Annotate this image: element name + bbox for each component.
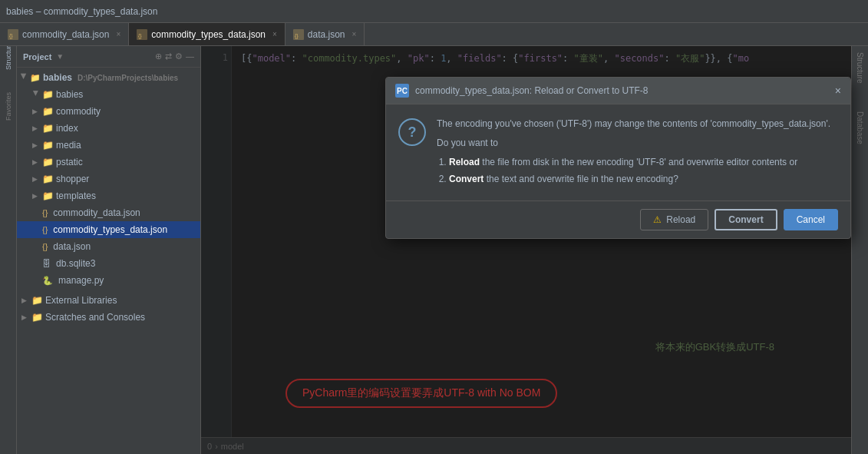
tab-commodity-data[interactable]: {} commodity_data.json × — [0, 23, 129, 45]
tree-item-pstatic[interactable]: ▶ 📁 pstatic — [17, 154, 200, 171]
expand-arrow: ▶ — [32, 108, 40, 115]
modal-message-line2: Do you want to — [437, 136, 838, 151]
modal-message-line1: The encoding you've chosen ('UTF-8') may… — [437, 117, 838, 131]
tree-item-commodity-types-data-json[interactable]: {} commodity_types_data.json — [17, 221, 200, 238]
project-tree: ▶ 📁 babies D:\PyCharmProjects\babies ▶ 📁… — [17, 68, 200, 454]
tree-label-db-sqlite: db.sqlite3 — [56, 258, 95, 269]
title-bar-text: babies – commodity_types_data.json — [6, 6, 157, 17]
expand-arrow: ▶ — [21, 297, 29, 304]
tree-label-shopper: shopper — [56, 174, 89, 184]
tree-label-templates: templates — [56, 191, 96, 201]
settings-icon[interactable]: ⚙ — [175, 51, 183, 61]
svg-text:{}: {} — [138, 33, 142, 39]
structure-sidebar-btn[interactable]: Structure — [2, 49, 15, 63]
add-icon[interactable]: ⊕ — [155, 51, 162, 61]
folder-icon: 📁 — [42, 191, 54, 201]
modal-text-content: The encoding you've chosen ('UTF-8') may… — [437, 117, 838, 188]
expand-arrow: ▶ — [32, 141, 40, 149]
convert-strong: Convert — [449, 174, 484, 184]
sync-icon[interactable]: ⇄ — [165, 51, 172, 61]
folder-icon-babies: 📁 — [30, 73, 41, 83]
tree-item-commodity-data-json[interactable]: {} commodity_data.json — [17, 204, 200, 221]
folder-icon: 📁 — [42, 123, 54, 134]
modal-option-2: Convert the text and overwrite file in t… — [449, 172, 838, 187]
tab-data-json[interactable]: {} data.json × — [285, 23, 365, 45]
folder-icon: 📁 — [42, 140, 54, 151]
tree-label-media: media — [56, 140, 81, 151]
tree-item-commodity[interactable]: ▶ 📁 commodity — [17, 103, 200, 120]
tree-label: babies — [56, 89, 83, 100]
folder-icon: 📁 — [42, 157, 54, 167]
right-sidebar-strip: Structure Database — [851, 46, 868, 454]
tree-item-manage-py[interactable]: 🐍 manage.py — [17, 272, 200, 289]
tree-label-commodity-data-json: commodity_data.json — [53, 207, 140, 218]
tree-label-commodity-types-data-json: commodity_types_data.json — [53, 224, 167, 235]
title-bar: babies – commodity_types_data.json — [0, 0, 868, 23]
reload-button[interactable]: ⚠ Reload — [640, 209, 708, 230]
modal-close-button[interactable]: × — [835, 85, 841, 96]
modal-option-list: Reload the file from disk in the new enc… — [437, 155, 838, 186]
tree-label-data-json: data.json — [53, 241, 91, 252]
folder-icon: 📁 — [42, 89, 54, 100]
reload-strong: Reload — [449, 157, 480, 167]
tree-item-media[interactable]: ▶ 📁 media — [17, 137, 200, 154]
panel-header: Project ▼ ⊕ ⇄ ⚙ — — [17, 46, 200, 68]
main-area: Structure Favorites Project ▼ ⊕ ⇄ ⚙ — ▶ … — [0, 46, 868, 454]
svg-text:{}: {} — [295, 33, 299, 39]
structure-tab[interactable]: Structure — [853, 46, 867, 90]
favorites-sidebar-btn[interactable]: Favorites — [2, 100, 15, 114]
project-dropdown-icon[interactable]: ▼ — [56, 52, 64, 61]
tree-label-babies: babies — [43, 72, 72, 83]
modal-title-left: PC commodity_types_data.json: Reload or … — [395, 84, 648, 98]
tree-item-data-json[interactable]: {} data.json — [17, 238, 200, 255]
tree-label-commodity: commodity — [56, 106, 101, 117]
tree-item-babies-folder[interactable]: ▶ 📁 babies — [17, 86, 200, 103]
modal-dialog: PC commodity_types_data.json: Reload or … — [385, 77, 851, 239]
tree-label-scratches: Scratches and Consoles — [45, 312, 145, 323]
tree-label-index: index — [56, 123, 78, 134]
tree-item-db-sqlite[interactable]: 🗄 db.sqlite3 — [17, 255, 200, 272]
folder-icon: 📁 — [42, 106, 54, 117]
folder-icon-ext: 📁 — [31, 295, 43, 306]
expand-arrow: ▶ — [32, 192, 40, 200]
tab-commodity-types-data[interactable]: {} commodity_types_data.json × — [129, 23, 285, 45]
tree-label-manage-py: manage.py — [58, 275, 104, 286]
expand-arrow: ▶ — [32, 91, 40, 98]
svg-text:{}: {} — [9, 33, 13, 39]
sqlite-file-icon: 🗄 — [42, 259, 51, 268]
json-file-icon-3: {} — [293, 29, 304, 40]
tree-item-external-libs[interactable]: ▶ 📁 External Libraries — [17, 292, 200, 309]
database-tab[interactable]: Database — [853, 105, 867, 151]
tree-item-scratches[interactable]: ▶ 📁 Scratches and Consoles — [17, 309, 200, 326]
tree-label-pstatic: pstatic — [56, 157, 83, 167]
modal-title-text: commodity_types_data.json: Reload or Con… — [415, 85, 648, 96]
tab-close-1[interactable]: × — [116, 30, 120, 38]
json-file-icon-data: {} — [42, 242, 48, 251]
tab-close-3[interactable]: × — [352, 30, 357, 38]
project-panel: Project ▼ ⊕ ⇄ ⚙ — ▶ 📁 babies D:\PyCharmP… — [17, 46, 201, 454]
collapse-icon[interactable]: — — [186, 51, 194, 61]
modal-title-bar: PC commodity_types_data.json: Reload or … — [386, 78, 850, 104]
tree-item-templates[interactable]: ▶ 📁 templates — [17, 187, 200, 204]
json-file-icon: {} — [8, 29, 18, 40]
modal-option-1: Reload the file from disk in the new enc… — [449, 155, 838, 170]
expand-arrow: ▶ — [32, 175, 40, 183]
tree-label-external-libs: External Libraries — [45, 295, 117, 306]
convert-button[interactable]: Convert — [715, 209, 777, 230]
json-file-icon-selected: {} — [42, 225, 48, 234]
tab-bar: {} commodity_data.json × {} commodity_ty… — [0, 23, 868, 46]
folder-icon-scratch: 📁 — [31, 312, 43, 323]
tree-item-index[interactable]: ▶ 📁 index — [17, 120, 200, 137]
panel-title: Project — [23, 52, 51, 61]
cancel-button[interactable]: Cancel — [784, 209, 838, 230]
warning-icon: ⚠ — [653, 214, 662, 225]
panel-header-icons: ⊕ ⇄ ⚙ — — [155, 51, 194, 61]
tree-item-babies-root[interactable]: ▶ 📁 babies D:\PyCharmProjects\babies — [17, 69, 200, 86]
expand-arrow: ▶ — [32, 158, 40, 166]
tree-item-shopper[interactable]: ▶ 📁 shopper — [17, 171, 200, 187]
tab-close-2[interactable]: × — [272, 30, 277, 38]
folder-icon: 📁 — [42, 174, 54, 184]
left-icon-strip: Structure Favorites — [0, 46, 17, 454]
editor-area: 1 [{"model": "commodity.types", "pk": 1,… — [201, 46, 851, 454]
modal-footer: ⚠ Reload Convert Cancel — [386, 200, 850, 238]
